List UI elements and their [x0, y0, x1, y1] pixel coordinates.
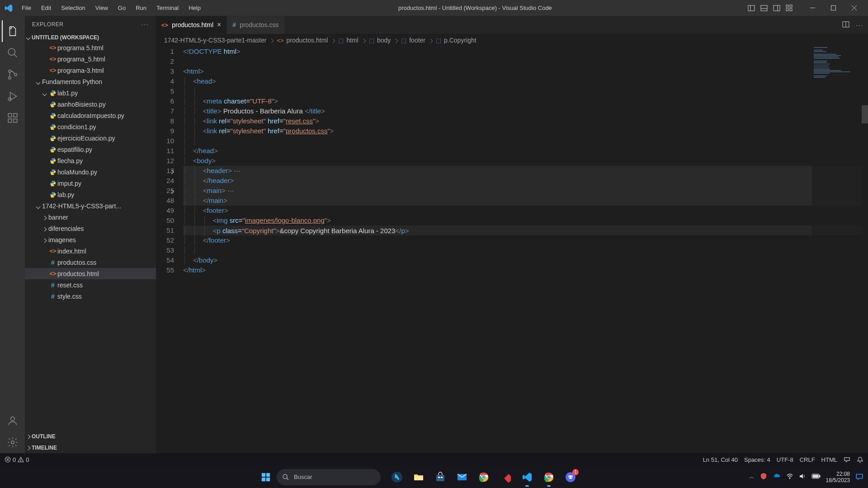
minimize-button[interactable]: [802, 0, 823, 16]
workspace-header[interactable]: UNTITLED (WORKSPACE): [25, 33, 156, 42]
taskbar-chrome2-icon[interactable]: [541, 469, 557, 485]
menu-run[interactable]: Run: [131, 2, 151, 14]
tree-item[interactable]: #productos.css: [25, 257, 156, 268]
tray-security-icon[interactable]: [760, 473, 767, 481]
tree-item[interactable]: banner: [25, 211, 156, 223]
tree-item[interactable]: <>productos.html: [25, 268, 156, 279]
svg-point-57: [571, 476, 572, 477]
activity-search-icon[interactable]: [2, 42, 24, 64]
svg-point-49: [483, 476, 485, 478]
editor-tab[interactable]: #productos.css: [227, 16, 284, 34]
tree-item[interactable]: holaMundo.py: [25, 166, 156, 178]
activity-run-debug-icon[interactable]: [2, 85, 24, 107]
outline-section[interactable]: OUTLINE: [25, 431, 156, 442]
tree-item[interactable]: <>index.html: [25, 245, 156, 257]
more-actions-icon[interactable]: ···: [856, 22, 863, 28]
tree-item[interactable]: aanhoBisiesto.py: [25, 99, 156, 110]
timeline-label: TIMELINE: [32, 445, 57, 451]
taskbar-bing-icon[interactable]: [389, 469, 405, 485]
activity-accounts-icon[interactable]: [2, 410, 24, 432]
status-eol[interactable]: CRLF: [800, 456, 815, 463]
layout-sidebar-left-icon[interactable]: [745, 0, 758, 16]
tree-item[interactable]: calculadoraImpuesto.py: [25, 110, 156, 121]
editor-tab[interactable]: <>productos.html×: [156, 16, 227, 34]
tray-onedrive-icon[interactable]: [773, 472, 781, 482]
timeline-section[interactable]: TIMELINE: [25, 442, 156, 453]
close-tab-icon[interactable]: ×: [217, 21, 221, 29]
layout-sidebar-right-icon[interactable]: [770, 0, 783, 16]
tree-item[interactable]: 1742-HTML5-y-CSS3-part...: [25, 200, 156, 211]
menu-view[interactable]: View: [91, 2, 113, 14]
status-indentation[interactable]: Spaces: 4: [744, 456, 770, 463]
svg-point-14: [8, 48, 15, 55]
status-problems[interactable]: 0 0: [5, 456, 29, 463]
editor-tabs: <>productos.html×#productos.css ···: [156, 16, 868, 34]
menu-terminal[interactable]: Terminal: [152, 2, 183, 14]
status-cursor-position[interactable]: Ln 51, Col 40: [703, 456, 738, 463]
svg-rect-21: [8, 113, 12, 117]
explorer-more-icon[interactable]: ···: [142, 21, 149, 28]
breadcrumb-item[interactable]: ⬚p.Copyright: [436, 37, 476, 44]
tree-item[interactable]: #reset.css: [25, 279, 156, 291]
close-button[interactable]: [844, 0, 864, 16]
activity-explorer-icon[interactable]: [2, 20, 24, 42]
status-language[interactable]: HTML: [821, 456, 837, 463]
taskbar-app-icon[interactable]: [497, 469, 514, 485]
tree-item[interactable]: imagenes: [25, 234, 156, 245]
minimap[interactable]: [812, 47, 862, 453]
breadcrumb-item[interactable]: ⬚html: [338, 37, 358, 44]
menu-go[interactable]: Go: [113, 2, 130, 14]
layout-customize-icon[interactable]: [783, 0, 796, 16]
tree-item[interactable]: diferenciales: [25, 223, 156, 234]
taskbar-search[interactable]: Buscar: [277, 469, 381, 485]
code-editor[interactable]: 1234567891011121324254849505152535455 <!…: [156, 47, 868, 453]
tree-item[interactable]: Fundamentos Python: [25, 76, 156, 87]
tree-item[interactable]: ejercicioEcuacion.py: [25, 132, 156, 144]
maximize-button[interactable]: [823, 0, 844, 16]
svg-rect-8: [786, 9, 788, 11]
fold-icon[interactable]: [170, 187, 173, 197]
tray-wifi-icon[interactable]: [786, 473, 793, 481]
taskbar-discord-icon[interactable]: 1: [562, 469, 579, 485]
menu-edit[interactable]: Edit: [37, 2, 56, 14]
activity-source-control-icon[interactable]: [2, 64, 24, 85]
taskbar-store-icon[interactable]: [432, 469, 448, 485]
taskbar-mail-icon[interactable]: [454, 469, 470, 485]
tray-battery-icon[interactable]: [811, 474, 821, 480]
activity-extensions-icon[interactable]: [2, 107, 24, 129]
breadcrumb-item[interactable]: ⬚footer: [401, 37, 425, 44]
tray-chevron-up-icon[interactable]: ︿: [749, 473, 755, 481]
breadcrumb-item[interactable]: ⬚body: [369, 37, 391, 44]
layout-panel-icon[interactable]: [758, 0, 770, 16]
tree-item[interactable]: condicion1.py: [25, 121, 156, 132]
tree-item[interactable]: lab1.py: [25, 87, 156, 99]
status-feedback-icon[interactable]: [844, 456, 850, 463]
fold-icon[interactable]: [170, 167, 173, 177]
tree-item[interactable]: <>programa-3.html: [25, 65, 156, 76]
tree-item[interactable]: <>programa 5.html: [25, 42, 156, 53]
tree-item[interactable]: lab.py: [25, 189, 156, 200]
tree-item[interactable]: espatifilio.py: [25, 144, 156, 155]
taskbar-chrome-icon[interactable]: [476, 469, 492, 485]
start-button[interactable]: [258, 469, 274, 485]
menu-help[interactable]: Help: [184, 2, 205, 14]
tree-item[interactable]: <>programa_5.html: [25, 53, 156, 65]
split-editor-icon[interactable]: [842, 21, 849, 29]
svg-point-17: [8, 77, 10, 79]
tray-volume-icon[interactable]: [799, 473, 806, 481]
menu-file[interactable]: File: [17, 2, 36, 14]
breadcrumb-item[interactable]: <>productos.html: [277, 37, 328, 44]
taskbar-clock[interactable]: 22:08 18/5/2023: [826, 471, 850, 483]
taskbar-file-explorer-icon[interactable]: [410, 469, 427, 485]
editor-scrollbar[interactable]: [862, 47, 868, 453]
tree-item[interactable]: imput.py: [25, 178, 156, 189]
taskbar-vscode-icon[interactable]: [519, 469, 535, 485]
activity-settings-icon[interactable]: [2, 432, 24, 453]
tree-item[interactable]: #style.css: [25, 291, 156, 302]
tree-item[interactable]: flecha.py: [25, 155, 156, 166]
tray-notification-icon[interactable]: [855, 472, 863, 482]
status-notifications-icon[interactable]: [857, 456, 863, 463]
menu-selection[interactable]: Selection: [57, 2, 90, 14]
breadcrumb-item[interactable]: 1742-HTML5-y-CSS3-parte1-master: [164, 37, 266, 44]
status-encoding[interactable]: UTF-8: [777, 456, 793, 463]
